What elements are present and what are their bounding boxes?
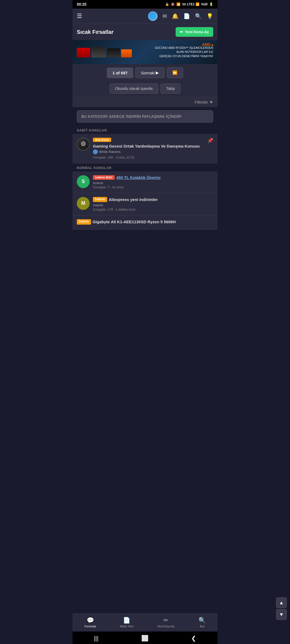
laptop-1 [77, 48, 90, 57]
topic-title-link[interactable]: 450 TL Kulaklık Önerisi [116, 175, 161, 180]
tag-indirim: İndirim [77, 219, 91, 225]
avatar: M [77, 197, 90, 210]
mail-icon[interactable]: ✉ [162, 13, 167, 19]
status-bar: 00:25 🔒 🔇 📶 Vo LTE1 📶 %20 🔋 [73, 0, 218, 9]
battery-icon: 🔋 [209, 2, 213, 6]
topic-meta: Cevaplar: 178 · 1 dakika önce [93, 208, 213, 211]
idea-icon[interactable]: 💡 [206, 13, 213, 19]
tag-indirim: İndirim [93, 197, 107, 202]
edit-icon: ✏ [180, 30, 183, 34]
search-icon[interactable]: 🔍 [195, 13, 202, 19]
action-buttons: Okundu olarak işaretle Takip [73, 81, 218, 97]
pin-icon: 📌 [207, 138, 213, 144]
pinned-section-header: SABİT KONULAR [73, 126, 218, 134]
wifi-icon: 📶 [176, 2, 180, 6]
topic-meta: Cevaplar: 16K · Cuma, 22:52 [93, 156, 213, 159]
chevron-down-icon: ▼ [209, 100, 213, 104]
topic-content: Ana Konu Gaming Gecesi Ortak Yardımlaşma… [93, 138, 213, 159]
new-topic-button[interactable]: ✏ Yeni Konu Aç [176, 27, 213, 37]
laptop-4 [121, 49, 132, 57]
topic-title: Aliexpress yeni indirimler [109, 197, 158, 202]
topic-content: İndirim Bitti! 450 TL Kulaklık Önerisi s… [93, 175, 213, 189]
topic-item[interactable]: S İndirim Bitti! 450 TL Kulaklık Önerisi… [73, 171, 218, 193]
normal-section-header: NORMAL KONULAR [73, 163, 218, 171]
topic-title: Gigabyte A5 K1-AEE1130SD Ryzen 5 5600H [93, 219, 176, 225]
ad-text: AMD▲ GÜCÜNÜ AMD RYZEN™ İŞLEMCİLERDEN ALA… [132, 46, 213, 58]
ad-banner: AMD▲ GÜCÜNÜ AMD RYZEN™ İŞLEMCİLERDEN ALA… [73, 40, 218, 64]
avatar[interactable]: 🌐 [148, 11, 158, 21]
pagination: 1 of 697 Sonraki ▶ ⏩ [73, 64, 218, 81]
ad-line1: GÜCÜNÜ AMD RYZEN™ İŞLEMCİLERDEN [135, 46, 213, 50]
avatar: S [77, 175, 90, 188]
header-section: Sıcak Fırsatlar ✏ Yeni Konu Aç [73, 24, 218, 40]
tag-ana-konu: Ana Konu [93, 138, 111, 142]
avatar [77, 138, 90, 151]
signal-icon: Vo LTE1 📶 [182, 2, 200, 6]
topic-tags: İndirim Gigabyte A5 K1-AEE1130SD Ryzen 5… [77, 219, 213, 225]
nav-icons: 🌐 ✉ 🔔 📄 🔍 💡 [148, 11, 213, 21]
ad-laptops [77, 47, 132, 57]
battery: %20 [201, 2, 208, 6]
laptop-2 [91, 47, 106, 57]
time: 00:25 [77, 2, 86, 6]
filters-button[interactable]: Filtreler ▼ [195, 100, 213, 104]
fast-forward-icon: ⏩ [172, 70, 177, 75]
ad-line3: GERÇEK OYUN DENEYİMİNİ YAŞAYIN! [135, 54, 213, 58]
hamburger-icon[interactable]: ☰ [77, 13, 82, 20]
topic-item[interactable]: M İndirim Aliexpress yeni indirimler mam… [73, 193, 218, 216]
bell-icon[interactable]: 🔔 [172, 13, 179, 19]
topic-meta: Cevaplar: 7 · Az önce [93, 185, 213, 189]
amd-logo: AMD▲ [202, 42, 214, 47]
topic-author: mamix [93, 203, 213, 207]
tag-indirim-bitti: İndirim Bitti! [93, 175, 115, 180]
topic-tags: İndirim Bitti! 450 TL Kulaklık Önerisi [93, 175, 213, 180]
follow-button[interactable]: Takip [161, 83, 181, 94]
page-current[interactable]: 1 of 697 [107, 68, 133, 78]
status-right: 🔒 🔇 📶 Vo LTE1 📶 %20 🔋 [165, 2, 213, 6]
pinned-topic-item[interactable]: Ana Konu Gaming Gecesi Ortak Yardımlaşma… [73, 134, 218, 163]
next-button[interactable]: Sonraki ▶ [135, 67, 165, 78]
ad-line2: ALAN NOTEBOOK'LAR İLE [135, 50, 213, 54]
topic-content: İndirim Aliexpress yeni indirimler mamix… [93, 197, 213, 212]
fast-forward-button[interactable]: ⏩ [167, 67, 183, 78]
topic-item[interactable]: İndirim Gigabyte A5 K1-AEE1130SD Ryzen 5… [73, 215, 218, 230]
filters-bar: Filtreler ▼ [73, 97, 218, 107]
doc-icon[interactable]: 📄 [183, 13, 190, 19]
laptop-3 [107, 48, 120, 57]
page-title: Sıcak Fırsatlar [77, 29, 114, 35]
topic-content: İndirim Gigabyte A5 K1-AEE1130SD Ryzen 5… [77, 219, 213, 226]
category-notice: BU KATEGORİ SADECE İNDİRİM PAYLAŞMAK İÇİ… [77, 110, 213, 123]
lock-icon: 🔒 [165, 2, 169, 6]
mark-read-button[interactable]: Okundu olarak işaretle [110, 83, 158, 94]
top-nav: ☰ 🌐 ✉ 🔔 📄 🔍 💡 [73, 9, 218, 24]
topic-author: scarce [93, 181, 213, 185]
topic-author: White Ravens [93, 149, 213, 155]
topic-title: Gaming Gecesi Ortak Yardımlaşma Ve Danış… [93, 144, 200, 149]
next-icon: ▶ [156, 70, 159, 75]
mute-icon: 🔇 [171, 2, 175, 6]
topic-tags: İndirim Aliexpress yeni indirimler [93, 197, 213, 202]
